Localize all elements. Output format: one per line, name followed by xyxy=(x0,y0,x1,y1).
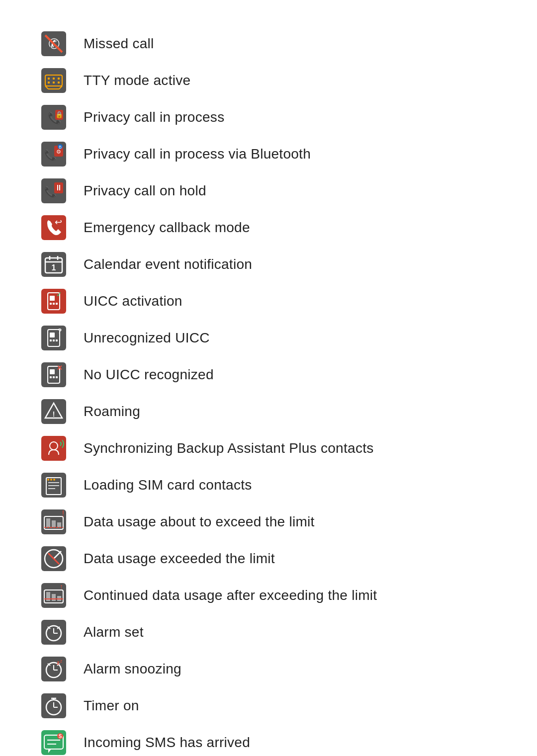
loading-sim-label: Loading SIM card contacts xyxy=(84,477,252,493)
item-missed-call: ✆ Missed call xyxy=(40,30,497,58)
svg-rect-84 xyxy=(52,594,56,601)
item-tty-mode: TTY mode active xyxy=(40,67,497,94)
svg-text:⏸: ⏸ xyxy=(55,183,63,192)
svg-point-68 xyxy=(50,479,52,481)
svg-rect-39 xyxy=(50,303,52,305)
item-alarm-snooze: z z Alarm snoozing xyxy=(40,655,497,683)
item-incoming-sms: S Incoming SMS has arrived xyxy=(40,729,497,756)
svg-rect-83 xyxy=(46,592,50,601)
item-privacy-call-hold: 📞 ⏸ Privacy call on hold xyxy=(40,177,497,205)
svg-text:✕: ✕ xyxy=(57,364,63,372)
emergency-callback-icon: ↩ xyxy=(40,214,68,242)
incoming-sms-label: Incoming SMS has arrived xyxy=(84,735,250,751)
svg-text:1: 1 xyxy=(52,263,56,272)
uicc-activation-icon: ✓ xyxy=(40,287,68,315)
svg-text:🔒: 🔒 xyxy=(55,110,64,119)
privacy-call-bt-label: Privacy call in process via Bluetooth xyxy=(84,146,311,162)
timer-on-icon xyxy=(40,692,68,720)
privacy-call-hold-icon: 📞 ⏸ xyxy=(40,177,68,205)
svg-rect-9 xyxy=(53,78,55,80)
no-uicc-icon: ✕ xyxy=(40,361,68,389)
loading-sim-icon xyxy=(40,471,68,499)
svg-rect-73 xyxy=(52,520,56,527)
svg-rect-28 xyxy=(41,215,66,240)
svg-rect-60 xyxy=(41,436,66,461)
item-emergency-callback: ↩ Emergency callback mode xyxy=(40,214,497,242)
privacy-call-label: Privacy call in process xyxy=(84,109,224,125)
svg-text:z: z xyxy=(60,659,63,664)
roaming-icon: ! xyxy=(40,398,68,425)
no-uicc-label: No UICC recognized xyxy=(84,367,214,383)
item-timer-on: Timer on xyxy=(40,692,497,720)
svg-text:!: ! xyxy=(62,509,64,518)
timer-on-label: Timer on xyxy=(84,698,139,714)
svg-rect-55 xyxy=(56,376,58,378)
data-usage-limit-icon: ! xyxy=(40,508,68,536)
item-alarm-set: Alarm set xyxy=(40,618,497,646)
item-unrecognized-uicc: ? Unrecognized UICC xyxy=(40,324,497,352)
svg-rect-12 xyxy=(53,82,55,84)
uicc-activation-label: UICC activation xyxy=(84,293,182,309)
privacy-call-bt-icon: 📞 ⚙ B xyxy=(40,140,68,168)
svg-rect-108 xyxy=(41,730,66,755)
svg-text:z: z xyxy=(57,660,60,666)
item-data-usage-limit: ! Data usage about to exceed the limit xyxy=(40,508,497,536)
svg-rect-11 xyxy=(48,82,50,84)
missed-call-label: Missed call xyxy=(84,36,154,52)
alarm-set-icon xyxy=(40,618,68,646)
item-continued-data: ↑ Continued data usage after exceeding t… xyxy=(40,582,497,609)
svg-rect-46 xyxy=(50,339,52,341)
roaming-label: Roaming xyxy=(84,404,140,420)
unrecognized-uicc-icon: ? xyxy=(40,324,68,352)
svg-rect-52 xyxy=(50,369,55,374)
alarm-snooze-icon: z z xyxy=(40,655,68,683)
emergency-callback-label: Emergency callback mode xyxy=(84,220,250,236)
svg-rect-74 xyxy=(57,522,61,527)
tty-icon xyxy=(40,67,68,94)
sync-backup-label: Synchronizing Backup Assistant Plus cont… xyxy=(84,440,374,456)
svg-point-69 xyxy=(53,479,55,481)
tty-mode-label: TTY mode active xyxy=(84,73,190,88)
data-exceeded-icon xyxy=(40,545,68,573)
svg-text:✓: ✓ xyxy=(56,290,62,298)
alarm-snooze-label: Alarm snoozing xyxy=(84,661,181,677)
item-roaming: ! Roaming xyxy=(40,398,497,425)
calendar-icon: 1 xyxy=(40,251,68,278)
item-sync-backup: Synchronizing Backup Assistant Plus cont… xyxy=(40,434,497,462)
unrecognized-uicc-label: Unrecognized UICC xyxy=(84,330,210,346)
privacy-call-hold-label: Privacy call on hold xyxy=(84,183,206,199)
svg-rect-40 xyxy=(53,303,55,305)
svg-text:?: ? xyxy=(58,327,62,335)
item-privacy-call-bt: 📞 ⚙ B Privacy call in process via Blueto… xyxy=(40,140,497,168)
item-privacy-call: 📞 🔒 Privacy call in process xyxy=(40,103,497,131)
alarm-set-label: Alarm set xyxy=(84,624,144,640)
svg-rect-8 xyxy=(48,78,50,80)
missed-call-icon: ✆ xyxy=(40,30,68,58)
svg-rect-62 xyxy=(41,473,66,498)
svg-rect-45 xyxy=(50,333,55,337)
svg-text:S: S xyxy=(59,734,62,739)
data-exceeded-label: Data usage exceeded the limit xyxy=(84,551,275,567)
svg-rect-38 xyxy=(50,296,55,301)
svg-text:↩: ↩ xyxy=(55,217,62,227)
svg-rect-54 xyxy=(53,376,55,378)
item-uicc-activation: ✓ UICC activation xyxy=(40,287,497,315)
svg-rect-13 xyxy=(58,82,60,84)
data-usage-limit-label: Data usage about to exceed the limit xyxy=(84,514,315,530)
privacy-call-icon: 📞 🔒 xyxy=(40,103,68,131)
item-no-uicc: ✕ No UICC recognized xyxy=(40,361,497,389)
item-loading-sim: Loading SIM card contacts xyxy=(40,471,497,499)
main-content: ✆ Missed call TTY mode active xyxy=(0,0,537,756)
svg-text:!: ! xyxy=(53,410,55,418)
item-data-exceeded: Data usage exceeded the limit xyxy=(40,545,497,573)
svg-rect-10 xyxy=(58,78,60,80)
continued-data-icon: ↑ xyxy=(40,582,68,609)
calendar-event-label: Calendar event notification xyxy=(84,256,252,272)
item-calendar-event: 1 Calendar event notification xyxy=(40,251,497,278)
svg-rect-41 xyxy=(56,303,58,305)
svg-text:B: B xyxy=(59,145,62,150)
svg-rect-48 xyxy=(56,339,58,341)
svg-point-67 xyxy=(47,479,49,481)
sync-backup-icon xyxy=(40,434,68,462)
continued-data-label: Continued data usage after exceeding the… xyxy=(84,588,377,603)
